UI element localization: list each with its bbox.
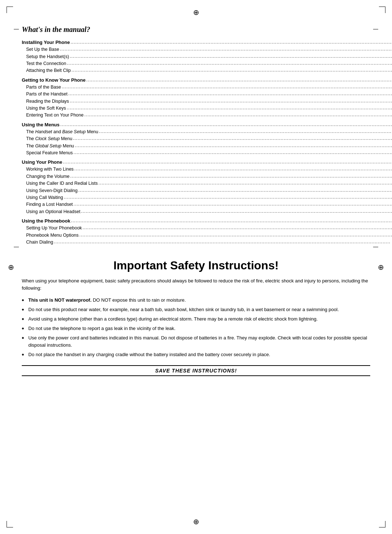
toc-item-dots [67,60,392,67]
toc-item-label: Attaching the Belt Clip [26,67,71,74]
toc-item-label: Entering Text on Your Phone [26,112,83,119]
toc-item: Entering Text on Your Phone15 [22,112,392,119]
toc-item-dots [70,53,392,60]
toc-item-dots [70,98,392,105]
toc-item-label: Reading the Displays [26,98,69,105]
toc-item-dots [81,208,392,215]
toc-item-dots [60,46,392,53]
toc-group-title: Using Your Phone [22,159,62,166]
toc-group-dots [86,77,392,83]
toc-item: Using Call Waiting24 [22,194,392,201]
toc-group: Getting to Know Your Phone7Parts of the … [22,77,392,119]
toc-item-dots [72,67,392,74]
side-line-left-top [14,29,19,29]
toc-item-label: Finding a Lost Handset [26,201,73,208]
safety-bullet-item: Avoid using a telephone (other than a co… [22,315,370,323]
toc-item-dots [62,83,392,90]
toc-heading: What's in the manual? [22,25,370,34]
toc-item-label: The Global Setup Menu [26,143,74,150]
toc-group-title: Installing Your Phone [22,39,70,46]
safety-title: Important Safety Instructions! [22,259,370,272]
toc-item-dots [73,135,392,142]
toc-item-label: The Handset and Base Setup Menu [26,129,98,135]
safety-bullet-item: Do not place the handset in any charging… [22,351,370,358]
right-compass-icon: ⊕ [378,263,384,272]
toc-group-dots [70,39,392,46]
safety-bullets: This unit is NOT waterproof. DO NOT expo… [22,297,370,359]
toc-group: Using Your Phone20Working with Two Lines… [22,159,392,215]
toc-item: Using an Optional Headset25 [22,208,392,215]
corner-mark-bl [7,521,13,527]
corner-mark-tr [379,7,385,13]
toc-item: Parts of the Handset9 [22,91,392,98]
toc-item-dots [67,105,392,111]
toc-item-label: Phonebook Menu Options [26,232,79,239]
left-compass-icon: ⊕ [8,263,14,272]
safety-bullet-item: Do not use this product near water, for … [22,306,370,313]
safety-intro: When using your telephone equipment, bas… [22,277,370,292]
toc-item-dots [83,224,392,231]
toc-group-dots [60,121,392,128]
toc-group-title: Using the Menus [22,121,60,129]
toc-group: Installing Your Phone1Set Up the Base1Se… [22,39,392,74]
toc-item-dots [74,201,392,208]
toc-group-header: Using the Menus16 [22,121,392,129]
toc-item: Special Feature Menus19 [22,150,392,156]
toc-item-label: Using the Soft Keys [26,105,66,112]
corner-mark-tl [7,7,13,13]
toc-item-dots [84,111,392,118]
side-line-right-mid [373,247,378,247]
toc-item-dots [74,166,392,172]
side-line-right-top [373,29,378,29]
toc-item-label: Set Up the Base [26,46,59,53]
safety-bullet-item: This unit is NOT waterproof. DO NOT expo… [22,297,370,304]
toc-item: Using the Caller ID and Redial Lists22 [22,180,392,187]
toc-item-label: Setting Up Your Phonebook [26,225,82,232]
toc-item: The Global Setup Menu18 [22,143,392,150]
toc-item-label: Using the Caller ID and Redial Lists [26,180,98,187]
toc-item-label: Changing the Volume [26,173,70,180]
toc-item: Parts of the Base7 [22,84,392,91]
toc-item-label: Using Call Waiting [26,194,63,201]
toc-group-header: Using Your Phone20 [22,159,392,166]
toc-left-column: Installing Your Phone1Set Up the Base1Se… [22,39,392,248]
corner-mark-br [379,521,385,527]
toc-item: Changing the Volume22 [22,173,392,180]
toc-item-dots [74,149,392,156]
toc-group-title: Using the Phonebook [22,217,70,225]
toc-columns: Installing Your Phone1Set Up the Base1Se… [22,39,370,248]
page-container: ⊕ ⊕ ⊕ ⊕ What's in the manual? Installing… [0,0,392,534]
toc-item: The Clock Setup Menu18 [22,135,392,142]
toc-group-header: Using the Phonebook26 [22,217,392,225]
toc-item: Phonebook Menu Options28 [22,232,392,239]
safety-bullet-item: Use only the power cord and batteries in… [22,334,370,349]
toc-item-label: Using an Optional Headset [26,208,80,215]
top-compass-icon: ⊕ [193,8,199,17]
toc-group: Using the Phonebook26Setting Up Your Pho… [22,217,392,246]
toc-item: Set Up the Base1 [22,46,392,53]
toc-group-dots [63,159,392,166]
toc-item-dots [54,239,392,245]
toc-item: Reading the Displays11 [22,98,392,105]
toc-item-label: Chain Dialing [26,239,53,246]
toc-item-label: Setup the Handset(s) [26,53,69,60]
toc-item: Using Seven-Digit Dialing24 [22,187,392,194]
toc-section: What's in the manual? Installing Your Ph… [22,25,370,248]
toc-item-dots [98,180,392,187]
toc-group-title: Getting to Know Your Phone [22,77,86,84]
toc-item: Setting Up Your Phonebook26 [22,225,392,232]
toc-item-dots [75,142,392,149]
toc-group: Using the Menus16The Handset and Base Se… [22,121,392,157]
toc-item-dots [70,173,392,180]
save-instructions-text: SAVE THESE INSTRUCTIONS! [155,368,237,374]
toc-group-header: Getting to Know Your Phone7 [22,77,392,84]
toc-item: Attaching the Belt Clip6 [22,67,392,74]
safety-bullet-item: Do not use the telephone to report a gas… [22,325,370,332]
toc-item: Chain Dialing28 [22,239,392,246]
toc-item-dots [79,232,392,239]
toc-item: Finding a Lost Handset25 [22,201,392,208]
toc-item-label: Parts of the Base [26,84,61,91]
save-instructions-bar: SAVE THESE INSTRUCTIONS! [22,365,370,376]
safety-bullet-bold: This unit is NOT waterproof. [28,297,93,303]
toc-item: Working with Two Lines20 [22,166,392,173]
